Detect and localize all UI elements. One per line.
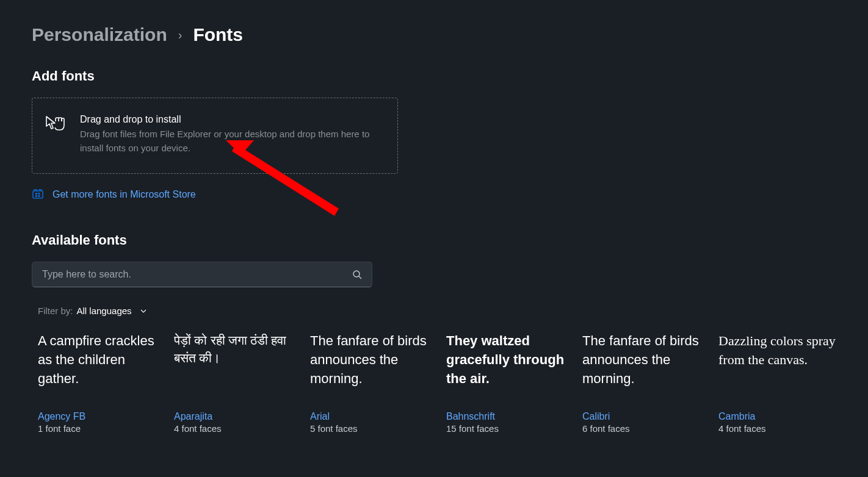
store-link-label: Get more fonts in Microsoft Store xyxy=(52,189,196,200)
breadcrumb-parent-link[interactable]: Personalization xyxy=(32,24,167,45)
font-preview: The fanfare of birds announces the morni… xyxy=(310,332,429,411)
svg-point-5 xyxy=(353,271,360,277)
font-preview: A campfire crackles as the children gath… xyxy=(38,332,157,411)
font-card-cambria[interactable]: Dazzling colors spray from the canvas. C… xyxy=(712,332,844,434)
search-icon[interactable] xyxy=(352,270,362,279)
filter-label: Filter by: xyxy=(38,306,73,316)
font-faces-count: 6 font faces xyxy=(582,423,701,434)
svg-rect-1 xyxy=(35,193,37,195)
get-more-fonts-link[interactable]: Get more fonts in Microsoft Store xyxy=(32,187,868,202)
font-name: Arial xyxy=(310,411,429,422)
font-name: Agency FB xyxy=(38,411,157,422)
chevron-down-icon xyxy=(139,307,148,315)
font-preview: पेड़ों को रही जगा ठंडी हवा बसंत की। xyxy=(174,332,293,411)
search-input[interactable] xyxy=(42,269,352,280)
drag-drop-icon xyxy=(45,115,68,138)
add-fonts-heading: Add fonts xyxy=(32,68,868,84)
font-faces-count: 5 font faces xyxy=(310,423,429,434)
font-preview: Dazzling colors spray from the canvas. xyxy=(718,332,837,411)
breadcrumb: Personalization › Fonts xyxy=(32,24,868,45)
available-fonts-heading: Available fonts xyxy=(32,232,868,248)
font-faces-count: 1 font face xyxy=(38,423,157,434)
font-name: Bahnschrift xyxy=(446,411,565,422)
font-card-calibri[interactable]: The fanfare of birds announces the morni… xyxy=(576,332,707,434)
svg-line-6 xyxy=(359,276,361,279)
microsoft-store-icon xyxy=(32,187,44,202)
font-faces-count: 4 font faces xyxy=(718,423,837,434)
filter-dropdown[interactable]: Filter by: All languages xyxy=(38,306,868,316)
font-card-bahnschrift[interactable]: They waltzed gracefully through the air.… xyxy=(440,332,571,434)
font-card-arial[interactable]: The fanfare of birds announces the morni… xyxy=(304,332,435,434)
font-preview: The fanfare of birds announces the morni… xyxy=(582,332,701,411)
svg-rect-2 xyxy=(38,193,40,195)
font-dropzone[interactable]: Drag and drop to install Drag font files… xyxy=(32,98,398,174)
font-preview: They waltzed gracefully through the air. xyxy=(446,332,565,411)
font-name: Aparajita xyxy=(174,411,293,422)
font-faces-count: 15 font faces xyxy=(446,423,565,434)
font-name: Calibri xyxy=(582,411,701,422)
font-card-agency-fb[interactable]: A campfire crackles as the children gath… xyxy=(32,332,163,434)
breadcrumb-current: Fonts xyxy=(193,24,243,45)
svg-rect-0 xyxy=(33,191,43,198)
filter-value: All languages xyxy=(77,306,132,316)
chevron-right-icon: › xyxy=(178,28,183,42)
svg-rect-3 xyxy=(35,195,37,197)
svg-rect-4 xyxy=(38,195,40,197)
font-search-box[interactable] xyxy=(32,262,372,287)
font-faces-count: 4 font faces xyxy=(174,423,293,434)
font-card-aparajita[interactable]: पेड़ों को रही जगा ठंडी हवा बसंत की। Apar… xyxy=(168,332,299,434)
font-name: Cambria xyxy=(718,411,837,422)
dropzone-title: Drag and drop to install xyxy=(80,114,383,125)
fonts-grid: A campfire crackles as the children gath… xyxy=(32,332,868,434)
dropzone-description: Drag font files from File Explorer or yo… xyxy=(80,127,383,155)
